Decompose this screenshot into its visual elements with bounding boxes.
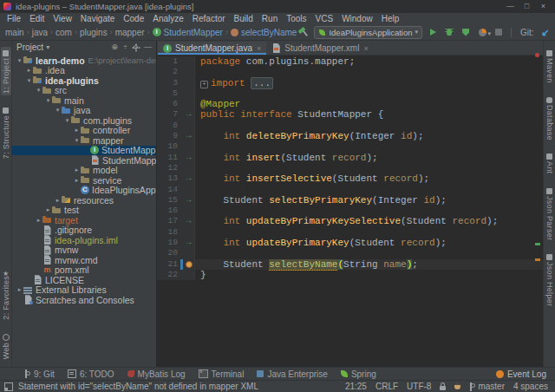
tree-item-license[interactable]: LICENSE bbox=[12, 275, 156, 285]
tree-item-learn-demo[interactable]: ▾learn-demoE:\project\learn-demo bbox=[12, 56, 156, 66]
code-line-3[interactable]: 3+import ... bbox=[157, 78, 543, 88]
expand-arrow-icon[interactable]: ▸ bbox=[54, 197, 62, 204]
breadcrumb-mapper[interactable]: mapper bbox=[114, 28, 146, 37]
mapper-nav-arrow-icon[interactable]: → bbox=[183, 109, 195, 120]
expand-arrow-icon[interactable]: ▸ bbox=[44, 206, 52, 213]
menu-item-edit[interactable]: Edit bbox=[25, 14, 49, 23]
breadcrumb-main[interactable]: main bbox=[4, 28, 25, 37]
tool-button-json-helper[interactable]: Json Helper bbox=[545, 251, 555, 308]
tree-item-controller[interactable]: ▸controller bbox=[12, 126, 156, 136]
warning-stripe-mark[interactable] bbox=[535, 258, 540, 261]
code-line-18[interactable]: 18 bbox=[157, 227, 543, 238]
inspections-hector-icon[interactable] bbox=[454, 383, 460, 389]
mapper-nav-arrow-icon[interactable]: → bbox=[183, 216, 195, 226]
expand-arrow-icon[interactable]: ▸ bbox=[73, 177, 81, 184]
collapse-arrow-icon[interactable]: ▾ bbox=[54, 107, 62, 114]
collapse-arrow-icon[interactable]: ▾ bbox=[35, 87, 42, 94]
toolwindows-toggle-icon[interactable] bbox=[4, 382, 13, 391]
mapper-nav-arrow-icon[interactable]: → bbox=[183, 238, 195, 248]
code-text[interactable]: @Mapper bbox=[195, 99, 543, 109]
tool-button-event-log[interactable]: Event Log bbox=[496, 369, 546, 379]
indent-widget[interactable]: 4 spaces bbox=[513, 382, 548, 391]
collapse-arrow-icon[interactable]: ▾ bbox=[16, 57, 23, 64]
code-text[interactable] bbox=[195, 163, 543, 173]
tab-studentmapper-java[interactable]: StudentMapper.java× bbox=[158, 42, 266, 55]
code-text[interactable] bbox=[195, 227, 543, 238]
code-line-6[interactable]: 6@Mapper bbox=[157, 99, 543, 109]
code-line-8[interactable]: 8 bbox=[157, 121, 543, 131]
tree-item-ideapluginsapplication[interactable]: IdeaPluginsApplication bbox=[12, 186, 156, 196]
tool-button-mybatis-log[interactable]: MyBatis Log bbox=[127, 369, 186, 379]
code-line-15[interactable]: 15→ Student selectByPrimaryKey(Integer i… bbox=[157, 195, 543, 206]
menu-item-code[interactable]: Code bbox=[119, 14, 148, 23]
tool-button-web[interactable]: Web bbox=[1, 330, 11, 361]
tool-button-9-git[interactable]: 9: Git bbox=[24, 369, 55, 379]
menu-item-analyze[interactable]: Analyze bbox=[148, 14, 188, 23]
code-line-9[interactable]: 9→ int deleteByPrimaryKey(Integer id); bbox=[157, 131, 543, 141]
code-text[interactable]: int insert(Student record); bbox=[195, 153, 543, 163]
code-line-2[interactable]: 2 bbox=[157, 67, 543, 77]
mapper-nav-arrow-icon[interactable]: → bbox=[183, 195, 195, 206]
code-text[interactable] bbox=[195, 121, 543, 131]
tree-item-idea-plugins[interactable]: ▾idea-plugins bbox=[12, 75, 156, 86]
expand-arrow-icon[interactable]: ▸ bbox=[25, 67, 33, 74]
tree-item-studentmapper[interactable]: StudentMapper bbox=[12, 146, 156, 156]
code-line-12[interactable]: 12 bbox=[157, 163, 543, 173]
menu-item-help[interactable]: Help bbox=[377, 14, 404, 23]
window-minimize-button[interactable]: — bbox=[502, 0, 519, 13]
menu-item-file[interactable]: File bbox=[3, 14, 25, 23]
code-text[interactable] bbox=[195, 88, 543, 99]
collapse-arrow-icon[interactable]: ▾ bbox=[25, 77, 33, 84]
tree-item-idea-plugins-iml[interactable]: idea-plugins.iml bbox=[12, 235, 156, 245]
tool-button-java-enterprise[interactable]: Java Enterprise bbox=[257, 369, 327, 379]
window-close-button[interactable]: × bbox=[535, 0, 552, 13]
debug-button[interactable] bbox=[443, 26, 455, 38]
breadcrumb-plugins[interactable]: plugins bbox=[79, 28, 108, 37]
menu-item-run[interactable]: Run bbox=[258, 14, 282, 23]
stop-button[interactable] bbox=[493, 26, 505, 38]
expand-arrow-icon[interactable]: ▸ bbox=[73, 127, 81, 134]
code-text[interactable]: int deleteByPrimaryKey(Integer id); bbox=[195, 131, 543, 141]
tool-button-7-structure[interactable]: 7: Structure bbox=[1, 104, 11, 160]
lock-icon[interactable] bbox=[440, 386, 446, 390]
code-line-10[interactable]: 10 bbox=[157, 141, 543, 152]
collapse-all-icon[interactable]: ÷ bbox=[123, 43, 127, 51]
tool-button-json-parser[interactable]: Json Parser bbox=[545, 185, 555, 242]
code-line-20[interactable]: 20 bbox=[157, 248, 543, 258]
tool-button-1-project[interactable]: 1: Project bbox=[1, 47, 11, 95]
chevron-down-icon[interactable]: ▾ bbox=[46, 43, 49, 51]
profiler-button[interactable] bbox=[476, 26, 488, 38]
code-text[interactable]: Student selectByName(String name); bbox=[195, 259, 543, 270]
mapper-nav-arrow-icon[interactable]: → bbox=[183, 173, 195, 184]
project-panel-title[interactable]: Project bbox=[16, 42, 43, 52]
breadcrumb-java[interactable]: java bbox=[31, 28, 49, 37]
code-line-14[interactable]: 14 bbox=[157, 185, 543, 195]
code-text[interactable] bbox=[195, 248, 543, 258]
tab-studentmapper-xml[interactable]: StudentMapper.xml× bbox=[266, 42, 373, 55]
code-line-16[interactable]: 16 bbox=[157, 206, 543, 216]
menu-item-refactor[interactable]: Refactor bbox=[188, 14, 230, 23]
code-line-22[interactable]: 22} bbox=[157, 270, 543, 280]
tree-item-gitignore[interactable]: .gitignore bbox=[12, 225, 156, 236]
tool-button-2-favorites[interactable]: 2: Favorites bbox=[1, 265, 11, 322]
menu-item-vcs[interactable]: VCS bbox=[311, 14, 338, 23]
code-text[interactable]: Student selectByPrimaryKey(Integer id); bbox=[195, 195, 543, 206]
tool-button-database[interactable]: Database bbox=[545, 94, 555, 142]
tool-button-maven[interactable]: Maven bbox=[545, 47, 555, 85]
code-text[interactable]: int updateByPrimaryKey(Student record); bbox=[195, 238, 543, 248]
tree-item-src[interactable]: ▾src bbox=[12, 86, 156, 96]
code-text[interactable] bbox=[195, 67, 543, 77]
code-text[interactable]: int updateByPrimaryKeySelective(Student … bbox=[195, 216, 543, 226]
tree-item-mvnw-cmd[interactable]: mvnw.cmd bbox=[12, 255, 156, 265]
expand-arrow-icon[interactable]: ▸ bbox=[16, 286, 23, 293]
code-text[interactable] bbox=[195, 141, 543, 152]
code-text[interactable]: package com.plugins.mapper; bbox=[195, 56, 543, 67]
tool-button-6-todo[interactable]: 6: TODO bbox=[68, 369, 114, 379]
run-configuration-select[interactable]: IdeaPluginsApplication ▾ bbox=[314, 26, 422, 39]
menu-item-build[interactable]: Build bbox=[230, 14, 258, 23]
build-hammer-icon[interactable] bbox=[297, 26, 310, 38]
tree-item-model[interactable]: ▸model bbox=[12, 166, 156, 176]
expand-arrow-icon[interactable]: ▸ bbox=[35, 217, 42, 224]
error-stripe-mark[interactable] bbox=[535, 53, 539, 57]
collapse-arrow-icon[interactable]: ▾ bbox=[73, 137, 81, 144]
